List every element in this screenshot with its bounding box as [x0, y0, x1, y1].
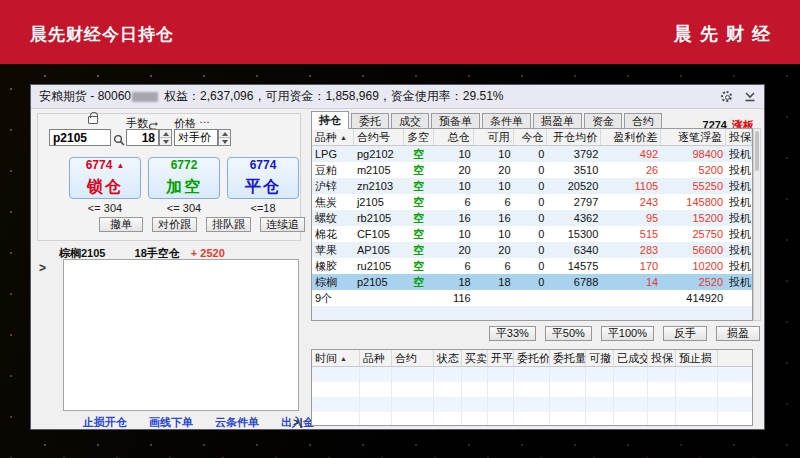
- orders-column-委托量[interactable]: 委托量: [550, 350, 586, 366]
- tab-委托[interactable]: 委托: [351, 113, 389, 129]
- position-cell: m2105: [354, 164, 404, 176]
- empty-order-row: [312, 367, 752, 382]
- orders-column-品种[interactable]: 品种: [360, 350, 392, 366]
- position-cell: 空: [404, 275, 434, 290]
- footer-link[interactable]: 云条件单: [215, 415, 259, 430]
- sort-asc-icon: ▲: [340, 355, 347, 362]
- orders-column-时间[interactable]: 时间▲: [312, 350, 360, 366]
- positions-column-投保[interactable]: 投保: [726, 129, 752, 145]
- trade-button[interactable]: 6772加空: [148, 157, 220, 199]
- position-cell: 空: [404, 211, 434, 226]
- collapse-left-arrow[interactable]: >: [39, 261, 46, 275]
- position-cell: 16: [474, 212, 514, 224]
- orders-column-投保[interactable]: 投保: [648, 350, 676, 366]
- price-mode-select[interactable]: 对手价: [174, 129, 218, 146]
- positions-column-今仓[interactable]: 今仓: [514, 129, 548, 145]
- price-stepper[interactable]: [218, 129, 231, 146]
- collapse-right-arrow[interactable]: >|: [293, 416, 303, 428]
- account-summary: 权益：2,637,096，可用资金：1,858,969，资金使用率：29.51%: [164, 88, 503, 105]
- positions-column-品种[interactable]: 品种▲: [312, 129, 354, 145]
- hands-input[interactable]: [126, 129, 159, 146]
- price-more-button[interactable]: …: [199, 113, 210, 125]
- trade-button-wrap: 6774平仓<=18: [227, 157, 299, 214]
- action-button[interactable]: 排队跟: [206, 217, 251, 232]
- position-cell: 10200: [661, 260, 726, 272]
- positions-column-合约号[interactable]: 合约号: [354, 129, 404, 145]
- close-button-平50%[interactable]: 平50%: [545, 326, 592, 341]
- column-header: 总仓: [448, 130, 470, 145]
- tab-成交[interactable]: 成交: [391, 113, 429, 129]
- magnifier-icon[interactable]: [113, 132, 125, 150]
- account-redaction: [132, 92, 158, 102]
- positions-column-可用[interactable]: 可用: [474, 129, 514, 145]
- trade-button[interactable]: 6774▲锁仓: [69, 157, 141, 199]
- orders-column-状态[interactable]: 状态: [434, 350, 462, 366]
- position-row[interactable]: LPGpg2102空10100379249298400投机: [312, 146, 752, 162]
- up-triangle-icon: ▲: [116, 161, 124, 170]
- positions-scrollbar[interactable]: [753, 128, 761, 321]
- positions-column-盈利价差[interactable]: 盈利价差: [601, 129, 661, 145]
- position-cell: 投机: [726, 179, 752, 194]
- position-cell: 投机: [726, 243, 752, 258]
- orders-column-买卖[interactable]: 买卖: [462, 350, 488, 366]
- positions-column-总仓[interactable]: 总仓: [434, 129, 474, 145]
- minimize-icon[interactable]: [744, 91, 756, 102]
- column-header: 可用: [488, 130, 510, 145]
- position-row[interactable]: 苹果AP105空20200634028356600投机: [312, 242, 752, 258]
- close-button-平100%[interactable]: 平100%: [601, 326, 654, 341]
- close-button-损盈[interactable]: 损盈: [716, 326, 760, 341]
- position-row[interactable]: 橡胶ru2105空6601457517010200投机: [312, 258, 752, 274]
- position-row[interactable]: 沪锌zn2103空1010020520110555250投机: [312, 178, 752, 194]
- top-banner: 晨先财经今日持仓 晨先财经: [0, 0, 800, 64]
- position-cell: 棕榈: [312, 275, 354, 290]
- tab-资金[interactable]: 资金: [584, 113, 622, 129]
- positions-column-逐笔浮盈[interactable]: 逐笔浮盈: [661, 129, 726, 145]
- position-cell: 10: [434, 228, 474, 240]
- column-header: 今仓: [521, 130, 543, 145]
- position-contract-name: 棕榈2105: [59, 247, 105, 259]
- orders-column-委托价[interactable]: 委托价: [514, 350, 550, 366]
- position-row[interactable]: 豆粕m2105空202003510265200投机: [312, 162, 752, 178]
- footer-link[interactable]: 止损开仓: [83, 415, 127, 430]
- close-button-反手[interactable]: 反手: [663, 326, 707, 341]
- position-cell: 苹果: [312, 243, 354, 258]
- action-button[interactable]: 连续追: [260, 217, 305, 232]
- orders-column-合约[interactable]: 合约: [392, 350, 434, 366]
- trade-button[interactable]: 6774平仓: [227, 157, 299, 199]
- position-cell: 6: [474, 196, 514, 208]
- position-row[interactable]: 棕榈p2105空181806788142520投机: [312, 274, 752, 290]
- position-cell: 14575: [547, 260, 601, 272]
- orders-column-开平[interactable]: 开平: [488, 350, 514, 366]
- orders-column-已成交[interactable]: 已成交: [614, 350, 648, 366]
- position-cell: 20520: [547, 180, 601, 192]
- tab-合约[interactable]: 合约: [624, 113, 662, 129]
- position-cell: p2105: [354, 276, 404, 288]
- tab-持仓[interactable]: 持仓: [311, 111, 349, 129]
- position-row[interactable]: 焦炭j2105空6602797243145800投机: [312, 194, 752, 210]
- close-percent-buttons: 平33%平50%平100%反手损盈: [489, 326, 760, 341]
- positions-column-多空[interactable]: 多空: [404, 129, 434, 145]
- contract-input[interactable]: [49, 129, 111, 146]
- column-header: 委托量: [553, 351, 586, 366]
- gear-icon[interactable]: [721, 91, 732, 102]
- close-button-平33%[interactable]: 平33%: [489, 326, 536, 341]
- orders-column-可撤[interactable]: 可撤: [586, 350, 614, 366]
- footer-link[interactable]: 画线下单: [149, 415, 193, 430]
- position-row[interactable]: 螺纹rb2105空1616043629515200投机: [312, 210, 752, 226]
- position-cell: 投机: [726, 275, 752, 290]
- position-cell: 0: [514, 276, 548, 288]
- position-cell: CF105: [354, 228, 404, 240]
- tab-损盈单[interactable]: 损盈单: [533, 113, 582, 129]
- column-header: 逐笔浮盈: [678, 130, 722, 145]
- position-cell: 10: [474, 180, 514, 192]
- action-button[interactable]: 对价跟: [152, 217, 197, 232]
- position-cell: 0: [514, 196, 548, 208]
- position-row[interactable]: 棉花CF105空101001530051525750投机: [312, 226, 752, 242]
- tab-预备单[interactable]: 预备单: [431, 113, 480, 129]
- orders-column-预止损[interactable]: 预止损: [676, 350, 718, 366]
- tab-条件单[interactable]: 条件单: [482, 113, 531, 129]
- action-button[interactable]: 撤单: [99, 217, 143, 232]
- positions-column-开仓均价[interactable]: 开仓均价: [547, 129, 601, 145]
- hands-stepper[interactable]: [159, 129, 172, 146]
- open-lock-icon[interactable]: [88, 116, 98, 124]
